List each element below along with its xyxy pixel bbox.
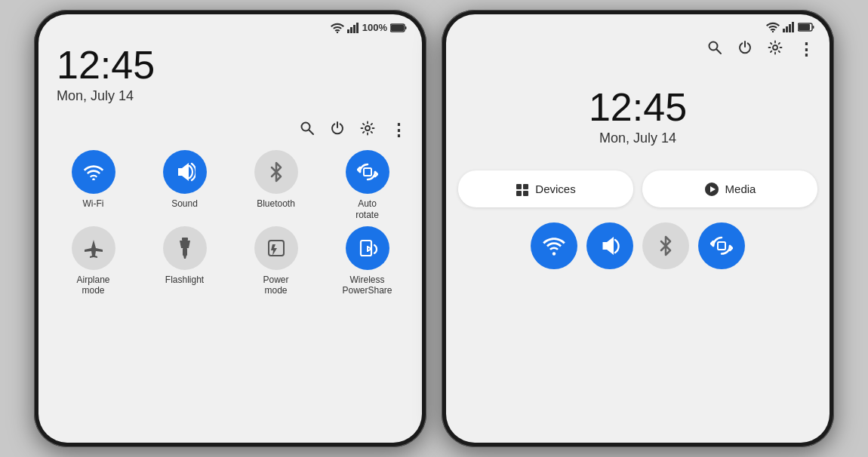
- tile-flashlight-circle: [163, 226, 207, 270]
- media-icon: [704, 181, 719, 197]
- svg-rect-21: [783, 29, 785, 32]
- qs-toolbar-left: ⋮: [38, 116, 422, 144]
- tile-autorotate-circle: [346, 150, 389, 194]
- wifi-status-icon-right: [766, 22, 780, 32]
- tile-wireless-circle: [346, 226, 389, 270]
- time-area-left: 12:45 Mon, July 14: [38, 36, 422, 116]
- signal-icon-left: [347, 23, 359, 33]
- left-phone: 100% 12:45 Mon, July 14: [34, 10, 426, 447]
- right-phone: ⋮ 12:45 Mon, July 14 Devices: [442, 10, 834, 447]
- right-screen: ⋮ 12:45 Mon, July 14 Devices: [446, 14, 830, 443]
- svg-rect-27: [813, 26, 814, 29]
- svg-point-37: [553, 253, 556, 256]
- date-left: Mon, July 14: [57, 88, 404, 104]
- svg-rect-1: [347, 29, 349, 33]
- clock-right: 12:45: [464, 86, 811, 129]
- tile-airplane-label: Airplane mode: [76, 275, 109, 296]
- svg-rect-7: [405, 26, 407, 29]
- tiles-grid-left: Wi-Fi Sound Bluetooth: [38, 144, 422, 302]
- bottom-tile-bluetooth[interactable]: [642, 222, 689, 269]
- svg-rect-4: [356, 23, 359, 33]
- signal-icon-right: [783, 22, 795, 32]
- tile-bluetooth-circle: [254, 150, 298, 194]
- svg-rect-13: [182, 238, 188, 241]
- tile-airplane[interactable]: Airplane mode: [51, 226, 136, 296]
- qs-toolbar-right: ⋮: [446, 35, 830, 63]
- devices-label: Devices: [535, 182, 575, 195]
- media-label: Media: [725, 182, 756, 195]
- tile-bluetooth[interactable]: Bluetooth: [233, 150, 319, 220]
- tile-autorotate-label: Auto rotate: [356, 198, 379, 220]
- bottom-tiles-row: [446, 216, 830, 275]
- main-container: 100% 12:45 Mon, July 14: [0, 0, 868, 457]
- svg-rect-14: [183, 248, 187, 256]
- tile-autorotate[interactable]: Auto rotate: [325, 150, 410, 220]
- media-button[interactable]: Media: [642, 170, 817, 207]
- battery-icon-right: [798, 23, 814, 32]
- svg-rect-32: [523, 184, 528, 189]
- tile-powermode-label: Power mode: [263, 275, 288, 296]
- svg-rect-3: [353, 25, 356, 33]
- search-button-left[interactable]: [300, 121, 315, 140]
- svg-point-20: [772, 31, 774, 32]
- svg-rect-12: [364, 168, 371, 176]
- svg-rect-26: [799, 24, 810, 30]
- search-button-right[interactable]: [707, 40, 722, 59]
- svg-point-10: [365, 126, 370, 130]
- status-bar-left: 100%: [38, 14, 422, 36]
- tile-powermode[interactable]: Power mode: [233, 226, 319, 296]
- svg-rect-2: [350, 27, 352, 33]
- more-button-left[interactable]: ⋮: [390, 122, 407, 139]
- clock-left: 12:45: [57, 44, 404, 87]
- svg-line-29: [717, 50, 722, 54]
- svg-point-0: [337, 31, 338, 32]
- tile-wifi-circle: [72, 150, 115, 194]
- tile-powermode-circle: [254, 226, 298, 270]
- devices-button[interactable]: Devices: [458, 170, 633, 207]
- date-right: Mon, July 14: [464, 130, 811, 146]
- tile-wifi[interactable]: Wi-Fi: [51, 150, 136, 220]
- tile-wifi-label: Wi-Fi: [83, 198, 104, 209]
- svg-rect-6: [391, 25, 404, 31]
- tile-sound-circle: [163, 150, 207, 194]
- svg-line-9: [309, 130, 314, 135]
- more-button-right[interactable]: ⋮: [798, 41, 814, 58]
- svg-rect-24: [792, 22, 794, 32]
- svg-rect-22: [786, 26, 788, 32]
- time-area-right: 12:45 Mon, July 14: [446, 63, 830, 158]
- power-button-right[interactable]: [737, 40, 753, 59]
- svg-rect-31: [516, 184, 522, 189]
- battery-pct: 100%: [362, 22, 387, 33]
- settings-button-right[interactable]: [768, 40, 783, 59]
- svg-rect-33: [516, 191, 522, 196]
- tile-flashlight-label: Flashlight: [165, 275, 204, 285]
- tile-sound-label: Sound: [171, 198, 198, 209]
- svg-point-11: [92, 178, 95, 180]
- status-bar-right: [446, 14, 830, 35]
- tile-sound[interactable]: Sound: [142, 150, 227, 220]
- devices-media-row: Devices Media: [446, 158, 830, 216]
- power-button-left[interactable]: [330, 121, 345, 140]
- settings-button-left[interactable]: [360, 121, 375, 140]
- svg-rect-23: [789, 24, 791, 32]
- svg-rect-38: [718, 242, 725, 250]
- svg-rect-34: [523, 191, 528, 196]
- bottom-tile-autorotate[interactable]: [698, 222, 745, 269]
- bottom-tile-wifi[interactable]: [531, 222, 577, 269]
- battery-icon-left: [390, 23, 407, 32]
- tile-bluetooth-label: Bluetooth: [257, 198, 295, 209]
- bottom-tile-sound[interactable]: [586, 222, 633, 269]
- tile-wireless[interactable]: Wireless PowerShare: [325, 226, 410, 296]
- devices-icon: [516, 181, 529, 197]
- tile-airplane-circle: [72, 226, 115, 270]
- status-icons-left: 100%: [331, 22, 407, 33]
- svg-point-30: [773, 45, 777, 50]
- tile-wireless-label: Wireless PowerShare: [342, 275, 392, 296]
- left-screen: 100% 12:45 Mon, July 14: [38, 14, 422, 443]
- wifi-status-icon: [331, 23, 344, 33]
- status-icons-right: [766, 22, 814, 32]
- tile-flashlight[interactable]: Flashlight: [142, 226, 227, 296]
